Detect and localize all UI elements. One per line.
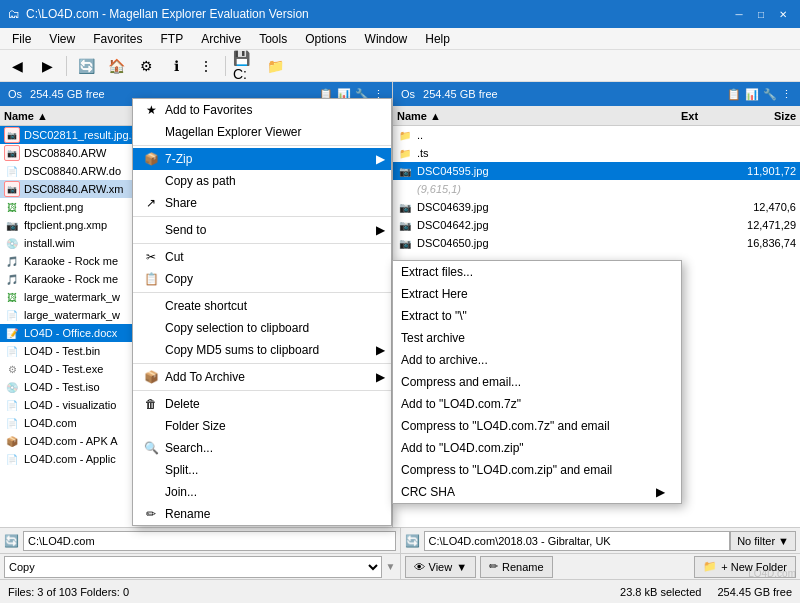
ctx-copy-clipboard[interactable]: Copy selection to clipboard bbox=[133, 317, 391, 339]
title-bar-left: 🗂 C:\LO4D.com - Magellan Explorer Evalua… bbox=[8, 7, 309, 21]
right-col-size[interactable]: Size bbox=[731, 110, 796, 122]
ctx-create-shortcut[interactable]: Create shortcut bbox=[133, 295, 391, 317]
view-button[interactable]: 👁 View ▼ bbox=[405, 556, 477, 578]
ctx-copy-path[interactable]: Copy as path bbox=[133, 170, 391, 192]
extract-files-label: Extract files... bbox=[401, 265, 473, 279]
title-bar-controls: ─ □ ✕ bbox=[730, 5, 792, 23]
ctx-join[interactable]: Join... bbox=[133, 481, 391, 503]
table-row[interactable]: (9,615,1) bbox=[393, 180, 800, 198]
submenu-compress-7z-email[interactable]: Compress to "LO4D.com.7z" and email bbox=[393, 415, 681, 437]
cut-icon: ✂ bbox=[141, 250, 161, 264]
table-row[interactable]: 📁 .ts bbox=[393, 144, 800, 162]
submenu-extract-to[interactable]: Extract to "\" bbox=[393, 305, 681, 327]
ctx-add-to-favorites[interactable]: ★ Add to Favorites bbox=[133, 99, 391, 121]
menu-archive[interactable]: Archive bbox=[193, 30, 249, 48]
right-panel-icon2[interactable]: 📊 bbox=[745, 88, 759, 101]
submenu-extract-files[interactable]: Extract files... bbox=[393, 261, 681, 283]
submenu-extract-here[interactable]: Extract Here bbox=[393, 283, 681, 305]
submenu-compress-zip-email[interactable]: Compress to "LO4D.com.zip" and email bbox=[393, 459, 681, 481]
submenu-test-archive[interactable]: Test archive bbox=[393, 327, 681, 349]
right-path-input[interactable] bbox=[424, 531, 731, 551]
right-path-nav[interactable]: 🔄 bbox=[405, 534, 420, 548]
ctx-search[interactable]: 🔍 Search... bbox=[133, 437, 391, 459]
ctx-label-folder-size: Folder Size bbox=[165, 419, 375, 433]
file-icon: 📷 bbox=[397, 163, 413, 179]
back-button[interactable]: ◀ bbox=[4, 53, 30, 79]
ctx-cut[interactable]: ✂ Cut bbox=[133, 246, 391, 268]
minimize-button[interactable]: ─ bbox=[730, 5, 748, 23]
right-panel-header: Os 254.45 GB free 📋 📊 🔧 ⋮ bbox=[393, 82, 800, 106]
rename-button[interactable]: ✏ Rename bbox=[480, 556, 553, 578]
filter-select[interactable]: No filter ▼ bbox=[730, 531, 796, 551]
window-title: C:\LO4D.com - Magellan Explorer Evaluati… bbox=[26, 7, 309, 21]
submenu-add-7z[interactable]: Add to "LO4D.com.7z" bbox=[393, 393, 681, 415]
ctx-split[interactable]: Split... bbox=[133, 459, 391, 481]
toolbar: ◀ ▶ 🔄 🏠 ⚙ ℹ ⋮ 💾 C: 📁 bbox=[0, 50, 800, 82]
left-path-nav[interactable]: 🔄 bbox=[4, 534, 19, 548]
file-name: DSC04650.jpg bbox=[417, 237, 681, 249]
submenu-compress-email[interactable]: Compress and email... bbox=[393, 371, 681, 393]
file-name: DSC04595.jpg bbox=[417, 165, 681, 177]
left-path-input[interactable] bbox=[23, 531, 396, 551]
file-icon: 🎵 bbox=[4, 253, 20, 269]
submenu-crc-sha[interactable]: CRC SHA ▶ bbox=[393, 481, 681, 503]
forward-button[interactable]: ▶ bbox=[34, 53, 60, 79]
close-button[interactable]: ✕ bbox=[774, 5, 792, 23]
toolbar-separator-2 bbox=[225, 56, 226, 76]
info-button[interactable]: ℹ bbox=[163, 53, 189, 79]
left-cmd-select[interactable]: Copy Move bbox=[4, 556, 382, 578]
ctx-rename[interactable]: ✏ Rename bbox=[133, 503, 391, 525]
menu-ftp[interactable]: FTP bbox=[153, 30, 192, 48]
right-panel-freespace: 254.45 GB free bbox=[423, 88, 498, 100]
ctx-viewer[interactable]: Magellan Explorer Viewer bbox=[133, 121, 391, 143]
table-row[interactable]: 📷 DSC04639.jpg 12,470,6 bbox=[393, 198, 800, 216]
ctx-7zip[interactable]: 📦 7-Zip ▶ bbox=[133, 148, 391, 170]
submenu-add-archive[interactable]: Add to archive... bbox=[393, 349, 681, 371]
more-button[interactable]: ⋮ bbox=[193, 53, 219, 79]
compress-email-label: Compress and email... bbox=[401, 375, 521, 389]
folder-button[interactable]: 📁 bbox=[262, 53, 288, 79]
ctx-md5[interactable]: Copy MD5 sums to clipboard ▶ bbox=[133, 339, 391, 361]
menu-tools[interactable]: Tools bbox=[251, 30, 295, 48]
share-icon: ↗ bbox=[141, 196, 161, 210]
right-col-ext[interactable]: Ext bbox=[681, 110, 731, 122]
ctx-label-7zip: 7-Zip bbox=[165, 152, 375, 166]
ctx-folder-size[interactable]: Folder Size bbox=[133, 415, 391, 437]
file-icon: 📷 bbox=[4, 145, 20, 161]
left-panel-freespace: 254.45 GB free bbox=[30, 88, 105, 100]
submenu-7zip: Extract files... Extract Here Extract to… bbox=[392, 260, 682, 504]
menu-window[interactable]: Window bbox=[357, 30, 416, 48]
right-panel-icon1[interactable]: 📋 bbox=[727, 88, 741, 101]
right-panel-title: Os bbox=[401, 88, 415, 100]
maximize-button[interactable]: □ bbox=[752, 5, 770, 23]
table-row[interactable]: 📷 DSC04595.jpg 11,901,72 bbox=[393, 162, 800, 180]
table-row[interactable]: 📷 DSC04642.jpg 12,471,29 bbox=[393, 216, 800, 234]
settings-button[interactable]: ⚙ bbox=[133, 53, 159, 79]
table-row[interactable]: 📷 DSC04650.jpg 16,836,74 bbox=[393, 234, 800, 252]
ctx-send-to[interactable]: Send to ▶ bbox=[133, 219, 391, 241]
table-row[interactable]: 📁 .. bbox=[393, 126, 800, 144]
right-col-name[interactable]: Name ▲ bbox=[397, 110, 681, 122]
drive-button[interactable]: 💾 C: bbox=[232, 53, 258, 79]
file-icon: 📁 bbox=[397, 145, 413, 161]
favorites-icon: ★ bbox=[141, 103, 161, 117]
menu-file[interactable]: File bbox=[4, 30, 39, 48]
menu-favorites[interactable]: Favorites bbox=[85, 30, 150, 48]
menu-help[interactable]: Help bbox=[417, 30, 458, 48]
home-button[interactable]: 🏠 bbox=[103, 53, 129, 79]
right-path-bar: 🔄 No filter ▼ bbox=[401, 528, 801, 554]
crc-sha-arrow: ▶ bbox=[656, 485, 665, 499]
ctx-label-add-archive: Add To Archive bbox=[165, 370, 375, 384]
ctx-copy[interactable]: 📋 Copy bbox=[133, 268, 391, 290]
ctx-delete[interactable]: 🗑 Delete bbox=[133, 393, 391, 415]
refresh-button[interactable]: 🔄 bbox=[73, 53, 99, 79]
ctx-share[interactable]: ↗ Share bbox=[133, 192, 391, 214]
right-panel-icon4[interactable]: ⋮ bbox=[781, 88, 792, 101]
submenu-add-zip[interactable]: Add to "LO4D.com.zip" bbox=[393, 437, 681, 459]
right-panel-icon3[interactable]: 🔧 bbox=[763, 88, 777, 101]
file-icon: 📄 bbox=[4, 397, 20, 413]
menu-options[interactable]: Options bbox=[297, 30, 354, 48]
file-name: (9,615,1) bbox=[417, 183, 681, 195]
menu-view[interactable]: View bbox=[41, 30, 83, 48]
ctx-add-archive[interactable]: 📦 Add To Archive ▶ bbox=[133, 366, 391, 388]
